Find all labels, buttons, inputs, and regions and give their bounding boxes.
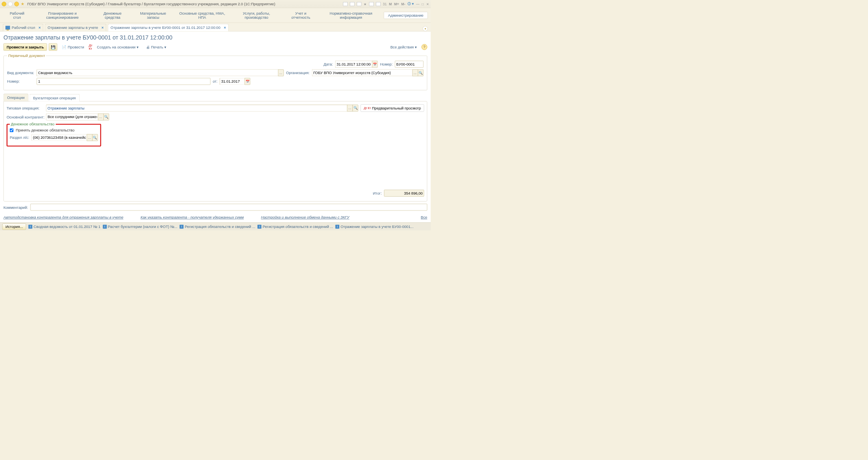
maximize-icon[interactable]: □ [422, 2, 424, 6]
section-accounting[interactable]: Учет и отчетность [284, 10, 318, 21]
section-admin[interactable]: Администрирование [384, 12, 427, 19]
tab-accounting-op[interactable]: Бухгалтерская операция [29, 94, 79, 101]
toolbar-icon[interactable] [343, 2, 347, 6]
select-icon[interactable]: … [412, 69, 418, 76]
tab-close-icon[interactable]: × [102, 26, 104, 30]
calendar-icon[interactable]: 📅 [372, 61, 378, 68]
tab-label: Отражение зарплаты в учете БУ00-0001 от … [111, 26, 220, 30]
post-close-button[interactable]: Провести и закрыть [3, 43, 47, 50]
info-icon: i [103, 225, 107, 229]
total-row: Итог: [7, 188, 424, 198]
select-icon[interactable]: … [98, 114, 104, 120]
m-button[interactable]: M [389, 2, 392, 6]
search-icon[interactable]: 🔍 [92, 134, 98, 141]
search-icon[interactable]: 🔍 [353, 105, 358, 112]
mplus-button[interactable]: M+ [394, 2, 399, 6]
tab-operations[interactable]: Операции [3, 94, 28, 101]
comment-field[interactable] [30, 204, 427, 211]
toolbar-icon[interactable] [357, 2, 361, 6]
primary-doc-group: Первичный документ Дата: 📅 Номер: Вид до… [3, 54, 427, 90]
doctype-field[interactable] [37, 69, 278, 76]
nav-forward-icon[interactable] [14, 2, 19, 6]
section-field[interactable] [31, 134, 87, 141]
post-button[interactable]: 📄 Провести [59, 43, 87, 50]
date-label: Дата: [323, 62, 333, 66]
doctype-label: Вид документа: [7, 71, 35, 75]
accept-obligation-checkbox[interactable] [10, 128, 13, 132]
select-icon[interactable]: … [347, 105, 353, 112]
info-icon: i [180, 225, 184, 229]
tab-close-icon[interactable]: × [224, 26, 226, 30]
help-icon[interactable]: ? [421, 44, 427, 50]
info-icon: i [336, 225, 340, 229]
nav-back-icon[interactable] [8, 2, 13, 6]
section-cash[interactable]: Денежные средства [94, 10, 131, 21]
create-based-button[interactable]: Создать на основании ▾ [94, 43, 142, 50]
close-icon[interactable]: ✕ [426, 2, 429, 6]
status-link[interactable]: iРегистрация обязательств и сведений ... [180, 224, 255, 229]
status-link[interactable]: iРегистрация обязательств и сведений ... [257, 224, 333, 229]
search-icon[interactable]: 🔍 [103, 114, 109, 120]
num2-label: Номер: [7, 79, 35, 84]
calendar-icon[interactable]: 31 [383, 2, 386, 6]
all-actions-label: Все действия [390, 45, 414, 49]
section-services[interactable]: Услуги, работы, производство [230, 10, 283, 21]
primary-legend: Первичный документ [7, 54, 46, 58]
section-desktop[interactable]: Рабочий стол [3, 10, 31, 21]
section-reference[interactable]: Нормативно-справочная информация [319, 10, 383, 21]
desktop-icon [5, 26, 10, 29]
tab-label: Отражение зарплаты в учете [48, 26, 98, 30]
link-exchange[interactable]: Настройка и выполнение обмена данными с … [261, 215, 349, 220]
accept-obligation-label: Принять денежное обязательство [16, 128, 74, 133]
from-date-field[interactable] [220, 78, 245, 85]
favorite-icon[interactable]: ★ [21, 2, 24, 6]
link-autofill[interactable]: Автоподстановка контрагента для отражени… [3, 215, 123, 220]
number-label: Номер: [380, 62, 393, 66]
tab-salary-list[interactable]: Отражение зарплаты в учете × [45, 24, 107, 31]
expand-icon[interactable]: ▾ [423, 26, 428, 31]
dt-kt-icon[interactable]: ДтКт [89, 44, 92, 50]
typeop-label: Типовая операция: [7, 106, 44, 110]
history-button[interactable]: История... [2, 223, 26, 230]
num2-field[interactable] [37, 78, 210, 85]
select-icon[interactable]: … [87, 134, 92, 141]
section-fixed-assets[interactable]: Основные средства, НМА, НПА [175, 10, 230, 21]
link-all[interactable]: Все [421, 215, 427, 220]
section-planning[interactable]: Планирование и санкционирование [32, 10, 93, 21]
tab-close-icon[interactable]: × [39, 26, 41, 30]
toolbar-icon[interactable] [369, 2, 373, 6]
number-field[interactable] [395, 61, 423, 68]
status-link[interactable]: iСводная ведомость от 01.01.2017 № 1 [28, 224, 100, 229]
select-icon[interactable]: … [278, 69, 284, 76]
mminus-button[interactable]: M- [401, 2, 406, 6]
post-label: Провести [68, 45, 84, 49]
toolbar-icon[interactable] [376, 2, 380, 6]
tab-salary-doc[interactable]: Отражение зарплаты в учете БУ00-0001 от … [108, 24, 228, 31]
info-icon[interactable]: ⓘ ▾ [408, 2, 414, 7]
link-howto[interactable]: Как указать контрагента - получателя уде… [140, 215, 244, 220]
typeop-field[interactable] [46, 105, 347, 112]
minimize-icon[interactable]: — [416, 2, 419, 6]
all-actions-button[interactable]: Все действия ▾ [388, 43, 420, 50]
section-label: Раздел л/с: [10, 136, 29, 140]
tab-label: Рабочий стол [12, 26, 35, 30]
total-field [384, 190, 424, 197]
create-based-label: Создать на основании [97, 45, 135, 49]
org-field[interactable] [312, 69, 413, 76]
date-field[interactable] [335, 61, 373, 68]
preview-button[interactable]: Дт Кт Предварительный просмотр [361, 104, 424, 112]
section-materials[interactable]: Материальные запасы [132, 10, 174, 21]
status-text: Регистрация обязательств и сведений ... [185, 224, 255, 229]
contr-field[interactable] [46, 114, 98, 120]
search-icon[interactable]: 🔍 [418, 69, 423, 76]
status-link[interactable]: iРасчет бухгалтерии (налоги с ФОТ) №... [103, 224, 177, 229]
tab-desktop[interactable]: Рабочий стол × [3, 24, 43, 31]
status-link[interactable]: iОтражение зарплаты в учете БУ00-0001... [336, 224, 414, 229]
star-icon[interactable]: ★ [364, 2, 367, 6]
save-button[interactable]: 💾 [49, 43, 57, 50]
info-icon: i [257, 225, 262, 229]
print-button[interactable]: 🖨 Печать ▾ [143, 43, 169, 50]
status-bar: История... iСводная ведомость от 01.01.2… [0, 222, 431, 230]
calendar-icon[interactable]: 📅 [244, 78, 250, 85]
toolbar-icon[interactable] [350, 2, 354, 6]
